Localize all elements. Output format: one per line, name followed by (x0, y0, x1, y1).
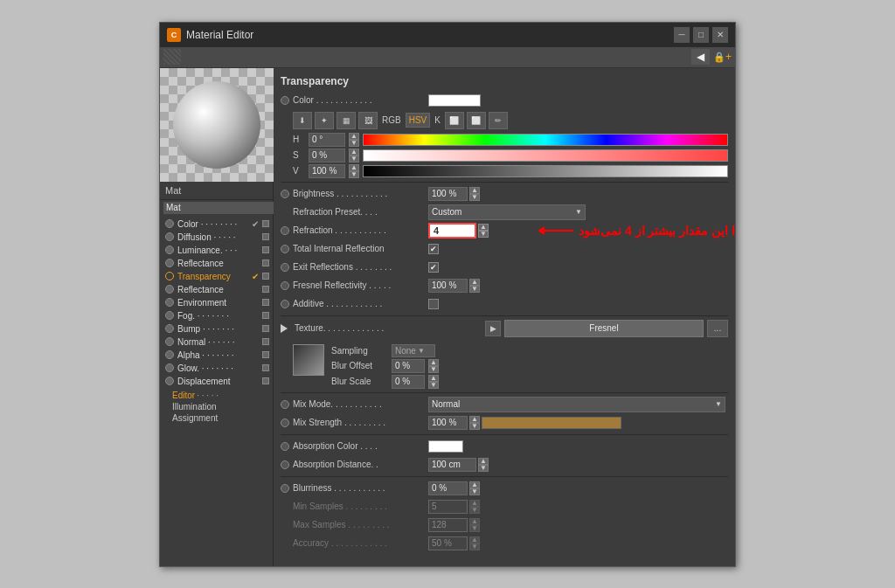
v-slider-row: V ▲ ▼ (281, 164, 728, 178)
v-down[interactable]: ▼ (349, 171, 359, 178)
max-samples-down[interactable]: ▼ (469, 525, 480, 532)
mix-mode-dropdown[interactable]: Normal ▼ (428, 397, 725, 412)
v-spinner: ▲ ▼ (349, 164, 359, 178)
total-internal-radio[interactable] (281, 245, 289, 253)
min-samples-row: Min Samples . . . . . . . . . ▲ ▼ (281, 499, 728, 515)
square-luminance (262, 246, 269, 253)
min-samples-down[interactable]: ▼ (469, 507, 480, 514)
sidebar-sub-item-assignment[interactable]: Assignment (167, 412, 273, 424)
texture-play-button[interactable]: ▶ (485, 321, 501, 336)
exit-reflections-radio[interactable] (281, 263, 289, 272)
toolbar-arrow[interactable]: ◀ (691, 49, 710, 65)
blurriness-down[interactable]: ▼ (469, 488, 480, 495)
icon-btn-4[interactable]: 🖼 (358, 112, 378, 129)
s-down[interactable]: ▼ (349, 156, 359, 163)
color-swatch[interactable] (428, 94, 481, 107)
mix-strength-spinner: ▲ ▼ (469, 416, 480, 430)
brightness-input[interactable] (428, 187, 468, 201)
pencil-btn[interactable]: ✏ (489, 112, 508, 129)
mix-strength-radio[interactable] (281, 419, 289, 427)
sidebar-item-color[interactable]: Color · · · · · · · · ✔ (160, 218, 273, 231)
close-button[interactable]: ✕ (712, 27, 728, 43)
more-button[interactable]: ... (707, 320, 728, 337)
min-samples-input[interactable] (428, 500, 468, 514)
sidebar-item-glow[interactable]: Glow. · · · · · · · (160, 362, 273, 375)
brightness-row: Brightness . . . . . . . . . . . ▲ ▼ (281, 186, 728, 202)
h-down[interactable]: ▼ (349, 140, 359, 147)
color-radio[interactable] (281, 96, 289, 105)
blur-offset-down[interactable]: ▼ (428, 366, 439, 373)
add-icon[interactable]: + (725, 51, 732, 63)
sidebar-item-diffusion[interactable]: Diffusion · · · · · (160, 231, 273, 244)
total-internal-checkbox[interactable]: ✔ (428, 244, 439, 254)
sidebar-item-bump[interactable]: Bump · · · · · · · (160, 322, 273, 336)
sidebar-item-luminance[interactable]: Luminance. · · · (160, 244, 273, 257)
sidebar-label-fog: Fog. · · · · · · · (177, 311, 255, 321)
k-label[interactable]: K (434, 115, 441, 125)
blurriness-spinner: ▲ ▼ (469, 481, 480, 495)
v-input[interactable] (309, 164, 345, 178)
icon-btn-2[interactable]: ✦ (315, 112, 334, 129)
lock-icon: 🔒 (713, 52, 725, 63)
absorption-color-swatch[interactable] (428, 440, 463, 453)
sat-bar[interactable] (363, 149, 728, 162)
mix-strength-input[interactable] (428, 416, 468, 430)
refraction-preset-dropdown[interactable]: Custom ▼ (428, 204, 586, 220)
accuracy-down[interactable]: ▼ (469, 543, 480, 550)
sidebar-item-alpha[interactable]: Alpha · · · · · · · (160, 349, 273, 362)
icon-btn-5[interactable]: ⬜ (445, 112, 464, 129)
abs-dist-down[interactable]: ▼ (478, 465, 489, 472)
toolbar-texture-icon (163, 49, 181, 65)
brightness-down[interactable]: ▼ (469, 194, 480, 201)
mat-name-input[interactable] (163, 202, 280, 214)
blurriness-radio[interactable] (281, 484, 289, 493)
blurriness-input[interactable] (428, 481, 468, 495)
accuracy-input[interactable] (428, 536, 468, 550)
hue-bar[interactable] (363, 134, 728, 146)
sidebar-sub-item-illumination[interactable]: Illumination (167, 401, 273, 412)
fresnel-reflectivity-input[interactable] (428, 279, 468, 293)
additive-radio[interactable] (281, 300, 289, 308)
hsv-label[interactable]: HSV (406, 113, 431, 128)
blur-scale-input[interactable] (392, 375, 425, 389)
sidebar-item-environment[interactable]: Environment (160, 296, 273, 309)
blur-offset-input[interactable] (392, 359, 425, 373)
refraction-down[interactable]: ▼ (478, 231, 489, 238)
mix-mode-radio[interactable] (281, 400, 289, 409)
absorption-distance-input[interactable] (428, 458, 476, 472)
icon-btn-1[interactable]: ⬇ (293, 112, 312, 129)
divider1 (281, 182, 728, 183)
max-samples-input[interactable] (428, 518, 468, 532)
additive-checkbox[interactable] (428, 299, 439, 309)
sidebar-item-transparency[interactable]: Transparency ✔ (160, 270, 273, 283)
sampling-dropdown[interactable]: None ▼ (392, 344, 435, 357)
icon-btn-6[interactable]: ⬜ (467, 112, 486, 129)
blur-scale-down[interactable]: ▼ (428, 382, 439, 389)
sidebar-item-displacement[interactable]: Displacement (160, 375, 273, 388)
fresnel-button[interactable]: Fresnel (504, 320, 704, 337)
square-fog (262, 312, 269, 319)
s-input[interactable] (309, 149, 345, 163)
total-internal-label: Total Internal Reflection (293, 244, 428, 253)
icon-btn-3[interactable]: ▦ (336, 112, 356, 129)
fresnel-down[interactable]: ▼ (469, 286, 480, 293)
absorption-distance-radio[interactable] (281, 460, 289, 469)
val-bar[interactable] (363, 165, 728, 177)
minimize-button[interactable]: ─ (674, 27, 690, 43)
mix-strength-down[interactable]: ▼ (469, 423, 480, 430)
sidebar-sub-item-editor[interactable]: Editor · · · · · (167, 390, 273, 401)
sidebar-item-fog[interactable]: Fog. · · · · · · · (160, 309, 273, 322)
fresnel-reflectivity-radio[interactable] (281, 281, 289, 290)
texture-triangle-icon[interactable] (281, 324, 288, 333)
sidebar-item-environment-reflectance[interactable]: Reflectance (160, 283, 273, 296)
exit-reflections-checkbox[interactable]: ✔ (428, 262, 439, 273)
absorption-color-radio[interactable] (281, 442, 289, 451)
h-input[interactable] (309, 133, 345, 147)
maximize-button[interactable]: □ (693, 27, 709, 43)
sidebar-item-normal[interactable]: Normal · · · · · · (160, 336, 273, 349)
rgb-label[interactable]: RGB (382, 115, 401, 125)
brightness-radio[interactable] (281, 190, 289, 198)
sidebar-item-reflectance[interactable]: Reflectance (160, 257, 273, 270)
refraction-radio[interactable] (281, 226, 289, 235)
refraction-input[interactable] (428, 223, 476, 239)
